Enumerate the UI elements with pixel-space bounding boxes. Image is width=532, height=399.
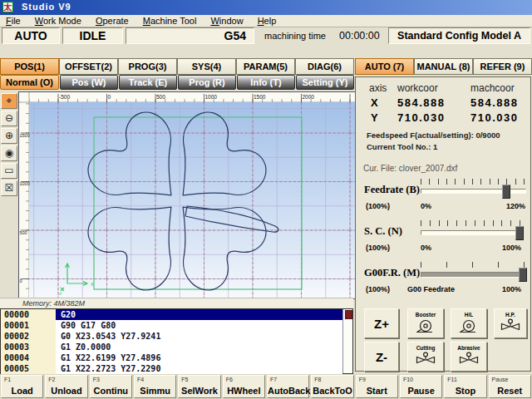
svg-text:1500: 1500 xyxy=(254,94,266,100)
fkey-label: Continu xyxy=(91,386,131,396)
program-line-code: G1 Z0.0000 xyxy=(56,342,342,352)
program-row[interactable]: 00000 G20 xyxy=(1,309,352,320)
tab-param[interactable]: PARAM(5) xyxy=(236,58,295,75)
program-line-code: G1 X22.2723 Y27.2290 xyxy=(56,363,342,374)
machining-time-label: machining time xyxy=(264,27,326,44)
center-view-button[interactable]: ◉ xyxy=(1,145,17,161)
hp-button[interactable]: H.P. xyxy=(494,308,527,338)
svg-text:500: 500 xyxy=(156,94,165,100)
program-line-code: G20 xyxy=(56,309,342,320)
fkey-hwheel[interactable]: F6HWheel xyxy=(223,375,265,398)
function-key-bar: F1Load F2Unload F3Continu F4Simmu F5SelW… xyxy=(0,374,532,399)
tab-prog[interactable]: PROG(3) xyxy=(118,58,177,75)
fkey-load[interactable]: F1Load xyxy=(1,375,43,398)
g00-slider-thumb[interactable] xyxy=(519,268,527,282)
program-scrollbar-thumb[interactable] xyxy=(345,310,352,319)
fkey-reset[interactable]: PauseReset xyxy=(489,375,531,398)
pan-tool-button[interactable]: ⌖ xyxy=(1,93,17,109)
plot-grid xyxy=(29,102,355,298)
abrasive-label: Abrasive xyxy=(456,345,481,351)
col-header-machcoor: machcoor xyxy=(470,82,515,94)
program-scrollbar[interactable] xyxy=(342,309,352,373)
center-view-icon: ◉ xyxy=(5,147,13,159)
config-name: Standard Config Model A xyxy=(388,27,530,44)
feedrate-min: 0% xyxy=(421,202,431,210)
menu-work-mode[interactable]: Work Mode xyxy=(29,15,87,27)
fkey-label: HWheel xyxy=(224,386,264,396)
subtab-info[interactable]: Info (T) xyxy=(237,75,295,90)
zoom-out-button[interactable]: ⊖ xyxy=(1,111,17,126)
tab-offset[interactable]: OFFSET(2) xyxy=(59,58,118,75)
svg-text:-500: -500 xyxy=(59,94,70,100)
svg-text:2000: 2000 xyxy=(303,94,315,100)
fkey-autoback[interactable]: F7AutoBack xyxy=(267,375,309,398)
zoom-in-button[interactable]: ⊕ xyxy=(1,128,17,144)
g00-mid-label: G00 Feedrate xyxy=(407,285,455,293)
subtab-pos[interactable]: Pos (W) xyxy=(60,75,118,90)
fkey-pause[interactable]: F10Pause xyxy=(400,375,442,398)
fkey-label: SelWork xyxy=(179,386,219,396)
program-line-code: G0 X23.0543 Y27.9241 xyxy=(56,331,342,342)
menu-file[interactable]: File xyxy=(0,15,27,27)
program-line-number: 00001 xyxy=(1,320,56,331)
tab-auto[interactable]: AUTO (7) xyxy=(355,58,414,75)
current-file-readout: Cur. File: clover_2007.dxf xyxy=(363,164,457,173)
g00-slider-ticks xyxy=(421,262,525,268)
program-row[interactable]: 00002 G0 X23.0543 Y27.9241 xyxy=(1,331,352,342)
abrasive-button[interactable]: Abrasive xyxy=(451,342,487,372)
app-icon-glyph: 太 xyxy=(4,2,12,12)
subtab-prog[interactable]: Prog (R) xyxy=(178,75,236,90)
menu-window[interactable]: Window xyxy=(204,15,249,27)
fkey-simmu[interactable]: F4Simmu xyxy=(134,375,176,398)
fkey-keycap: F9 xyxy=(359,377,366,382)
fkey-unload[interactable]: F2Unload xyxy=(45,375,87,398)
fkey-start[interactable]: F9Start xyxy=(356,375,398,398)
tab-sys[interactable]: SYS(4) xyxy=(177,58,236,75)
sc-slider-thumb[interactable] xyxy=(515,226,524,240)
ncstudio-window: 太 Studio V9 File Work Mode Operate Machi… xyxy=(0,0,532,399)
tab-manual[interactable]: MANUAL (8) xyxy=(414,58,473,75)
z-plus-button[interactable]: Z+ xyxy=(364,308,399,338)
fkey-label: Simmu xyxy=(135,386,175,396)
svg-text:500: 500 xyxy=(20,230,27,235)
clear-trace-button[interactable]: ☒ xyxy=(1,180,17,196)
fkey-backtoo[interactable]: F8BackToO xyxy=(311,375,353,398)
toolpath-canvas[interactable]: -500 0 500 1000 1500 2000 1500 1000 500 … xyxy=(18,91,356,299)
memory-status: Memory: 4M/382M xyxy=(0,298,353,308)
menu-help[interactable]: Help xyxy=(252,15,283,27)
fkey-label: Stop xyxy=(445,386,485,396)
subtab-setting[interactable]: Setting (Y) xyxy=(296,75,354,90)
fkey-stop[interactable]: F11Stop xyxy=(444,375,486,398)
fkey-keycap: F5 xyxy=(181,377,188,382)
program-line-number: 00003 xyxy=(1,342,56,352)
axis-x-workcoor: 584.888 xyxy=(397,96,446,109)
g00-slider-track[interactable] xyxy=(421,272,526,278)
tab-refer[interactable]: REFER (9) xyxy=(473,58,532,75)
menu-machine-tool[interactable]: Machine Tool xyxy=(137,15,203,27)
fkey-continu[interactable]: F3Continu xyxy=(90,375,132,398)
tab-diag[interactable]: DIAG(6) xyxy=(295,58,354,75)
fkey-selwork[interactable]: F5SelWork xyxy=(178,375,220,398)
program-row[interactable]: 00003 G1 Z0.0000 xyxy=(1,342,352,352)
program-row[interactable]: 00004 G1 X22.6199 Y27.4896 xyxy=(1,352,352,363)
tab-pos[interactable]: POS(1) xyxy=(0,58,59,75)
program-row[interactable]: 00005 G1 X22.2723 Y27.2290 xyxy=(1,363,352,374)
subtab-normal[interactable]: Normal (O) xyxy=(0,75,59,90)
program-row[interactable]: 00001 G90 G17 G80 xyxy=(1,320,352,331)
svg-text:1000: 1000 xyxy=(20,181,30,186)
menu-operate[interactable]: Operate xyxy=(90,15,135,27)
sc-slider-track[interactable] xyxy=(421,230,522,235)
booster-button[interactable]: Booster xyxy=(407,308,444,338)
hl-button[interactable]: H/L xyxy=(451,308,487,338)
fkey-keycap: F6 xyxy=(226,377,233,382)
axis-y-machcoor: 710.030 xyxy=(470,111,519,124)
z-minus-button[interactable]: Z- xyxy=(364,342,399,372)
subtab-track[interactable]: Track (E) xyxy=(119,75,177,90)
sc-current: (100%) xyxy=(366,244,390,252)
window-zoom-button[interactable]: ▭ xyxy=(1,163,17,179)
hp-label: H.P. xyxy=(500,312,521,318)
program-list[interactable]: 00000 G20 00001 G90 G17 G80 00002 G0 X23… xyxy=(0,308,353,374)
feedrate-slider-thumb[interactable] xyxy=(502,185,510,199)
state-indicator: IDLE xyxy=(62,27,123,44)
cutting-button[interactable]: Cutting xyxy=(407,342,444,372)
